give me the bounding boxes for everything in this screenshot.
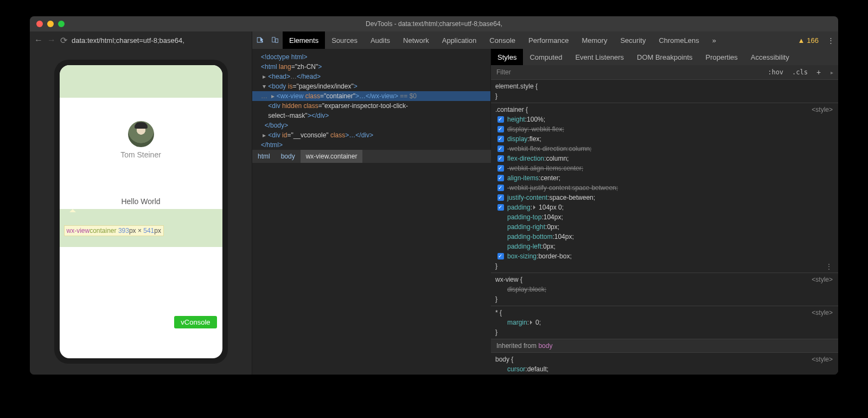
window-title: DevTools - data:text/html;charset=utf-8;… [366,20,502,28]
dom-tree[interactable]: <!doctype html> <html lang="zh-CN"> ▸<he… [252,49,491,150]
main-panel: Elements Sources Audits Network Applicat… [252,31,838,375]
property-toggle-checkbox[interactable] [497,253,504,259]
property-toggle-checkbox[interactable] [497,126,504,132]
property-toggle-checkbox[interactable] [497,116,504,123]
expand-icon[interactable] [530,320,534,325]
hello-label: Hello World [60,182,222,209]
crumb-html[interactable]: html [252,150,276,163]
inspect-element-icon[interactable] [252,31,267,49]
crumb-body[interactable]: body [276,150,301,163]
rtab-eventlisteners[interactable]: Event Listeners [569,49,630,65]
lower-band: vConsole [60,247,222,334]
css-property[interactable]: padding-bottom: 104px; [495,232,833,242]
rtab-computed[interactable]: Computed [523,49,569,65]
rtab-accessibility[interactable]: Accessibility [744,49,796,65]
vconsole-button[interactable]: vConsole [174,316,216,328]
tab-memory[interactable]: Memory [575,31,614,49]
profile-section: Tom Steiner [60,98,222,182]
inherited-from-label: Inherited from body [491,339,838,352]
tab-audits[interactable]: Audits [364,31,397,49]
css-property[interactable]: box-sizing: border-box; [495,251,833,261]
property-toggle-checkbox[interactable] [497,185,504,191]
avatar [128,121,154,147]
back-icon[interactable]: ← [34,35,43,45]
rule-star[interactable]: <style> * { margin: 0; } [491,306,838,339]
css-property[interactable]: padding: 104px 0; [495,202,833,212]
rule-body[interactable]: <style> body { cursor: default;-webkit-u… [491,352,838,375]
css-property[interactable]: padding-right: 0px; [495,222,833,232]
rule-wxview[interactable]: <style> wx-view { display: block; } [491,273,838,306]
css-property[interactable]: display: flex; [495,134,833,144]
tab-sources[interactable]: Sources [325,31,364,49]
tabs-overflow[interactable]: » [706,31,723,49]
tab-application[interactable]: Application [436,31,483,49]
username-label: Tom Steiner [120,150,161,159]
titlebar[interactable]: DevTools - data:text/html;charset=utf-8;… [30,16,838,31]
traffic-lights [30,21,65,27]
css-property[interactable]: -webkit-user-select: none; [495,374,833,375]
tab-security[interactable]: Security [614,31,652,49]
crumb-wxview[interactable]: wx-view.container [301,150,363,163]
header-band [60,65,222,98]
css-property[interactable]: padding-left: 0px; [495,242,833,251]
css-property[interactable]: -webkit-align-items: center; [495,163,833,173]
maximize-icon[interactable] [58,21,65,27]
more-menu-icon[interactable]: ⋮ [823,31,838,49]
main-tabs: Elements Sources Audits Network Applicat… [252,31,838,49]
reload-icon[interactable]: ⟳ [60,35,67,46]
tab-elements[interactable]: Elements [283,31,325,49]
css-property[interactable]: display: block; [495,284,833,294]
property-toggle-checkbox[interactable] [497,165,504,172]
css-property[interactable]: align-items: center; [495,173,833,183]
rtab-styles[interactable]: Styles [491,49,523,65]
dom-selected-node[interactable]: … ▸<wx-view class="container">…</wx-view… [252,91,490,101]
rule-menu-icon[interactable]: ⋮ [826,262,833,271]
filter-input[interactable]: Filter [491,68,763,76]
css-property[interactable]: -webkit-justify-content: space-between; [495,183,833,193]
styles-panel: Styles Computed Event Listeners DOM Brea… [491,49,838,375]
warnings-count[interactable]: ▲166 [797,31,823,49]
tab-performance[interactable]: Performance [522,31,575,49]
side-tabs: Styles Computed Event Listeners DOM Brea… [491,49,838,65]
css-property[interactable]: height: 100%; [495,115,833,124]
property-toggle-checkbox[interactable] [497,145,504,152]
device-screen[interactable]: Tom Steiner Hello World wx-viewcontainer… [60,65,222,358]
svg-rect-0 [272,37,275,42]
property-toggle-checkbox[interactable] [497,204,504,211]
warning-icon: ▲ [797,36,805,45]
url-text[interactable]: data:text/html;charset=utf-8;base64, [72,36,184,45]
rtab-properties[interactable]: Properties [699,49,744,65]
style-source-link[interactable]: <style> [812,354,833,364]
hov-toggle[interactable]: :hov [763,68,788,76]
css-property[interactable]: flex-direction: column; [495,154,833,163]
device-frame: Tom Steiner Hello World wx-viewcontainer… [54,60,228,364]
property-toggle-checkbox[interactable] [497,155,504,162]
css-property[interactable]: display: -webkit-flex; [495,124,833,134]
tab-network[interactable]: Network [397,31,436,49]
style-source-link[interactable]: <style> [812,105,833,115]
rtab-dombreakpoints[interactable]: DOM Breakpoints [630,49,699,65]
scroll-hint-icon: ▸ [825,69,838,75]
css-property[interactable]: -webkit-flex-direction: column; [495,144,833,154]
property-toggle-checkbox[interactable] [497,194,504,201]
style-source-link[interactable]: <style> [812,308,833,318]
expand-icon[interactable] [533,205,538,210]
close-icon[interactable] [36,21,43,27]
css-property[interactable]: justify-content: space-between; [495,193,833,202]
css-property[interactable]: cursor: default; [495,364,833,374]
css-property[interactable]: padding-top: 104px; [495,212,833,222]
style-source-link[interactable]: <style> [812,275,833,284]
cls-toggle[interactable]: .cls [788,68,812,76]
device-toggle-icon[interactable] [267,31,283,49]
rule-element-style[interactable]: element.style { } [491,79,838,103]
forward-icon[interactable]: → [47,35,56,45]
tab-chromelens[interactable]: ChromeLens [652,31,705,49]
rule-container[interactable]: <style> .container { height: 100%;displa… [491,103,838,273]
css-property[interactable]: margin: 0; [495,318,833,327]
minimize-icon[interactable] [47,21,54,27]
property-toggle-checkbox[interactable] [497,175,504,181]
tab-console[interactable]: Console [483,31,522,49]
styles-list[interactable]: element.style { } <style> .container { h… [491,79,838,375]
property-toggle-checkbox[interactable] [497,136,504,142]
new-rule-icon[interactable]: + [812,68,825,77]
